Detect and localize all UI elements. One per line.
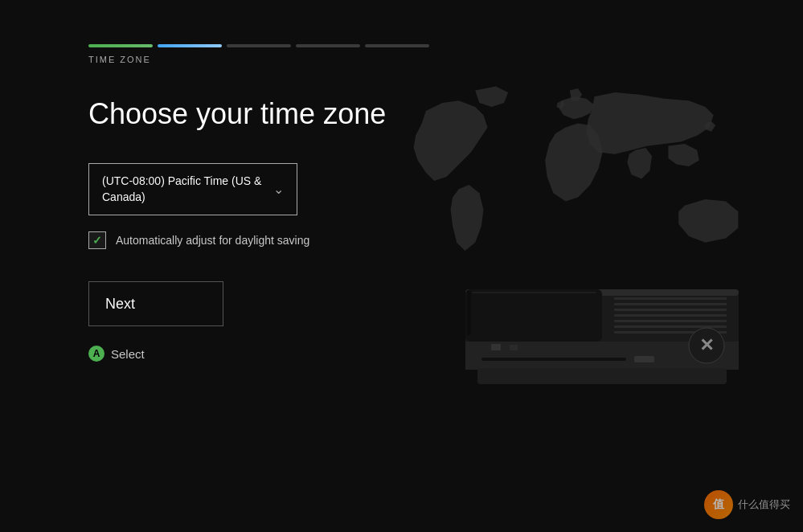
progress-segment-2 [158, 44, 222, 47]
svg-rect-10 [614, 320, 727, 322]
progress-segment-4 [296, 44, 360, 47]
svg-rect-14 [491, 344, 501, 350]
watermark: 值 什么值得买 [704, 490, 790, 519]
a-button-icon: A [88, 346, 104, 362]
svg-rect-11 [614, 325, 727, 328]
svg-rect-8 [614, 309, 727, 311]
main-content: Choose your time zone (UTC-08:00) Pacifi… [88, 96, 394, 362]
svg-rect-13 [477, 368, 727, 384]
world-map [393, 64, 763, 297]
svg-rect-15 [510, 345, 518, 350]
chevron-down-icon: ⌄ [273, 182, 284, 197]
svg-rect-9 [614, 314, 727, 317]
svg-rect-5 [465, 289, 602, 342]
right-illustration: ✕ [377, 64, 763, 450]
checkbox-check-icon: ✓ [92, 234, 102, 247]
svg-rect-7 [614, 303, 727, 305]
next-button[interactable]: Next [88, 281, 223, 326]
progress-segment-1 [88, 44, 153, 47]
progress-segment-5 [365, 44, 429, 47]
progress-bar [88, 44, 429, 47]
page-title: Choose your time zone [88, 96, 394, 131]
svg-rect-19 [472, 292, 596, 293]
svg-rect-6 [614, 297, 727, 300]
xbox-console: ✕ [457, 273, 763, 434]
daylight-saving-row: ✓ Automatically adjust for daylight savi… [88, 231, 313, 249]
daylight-saving-label: Automatically adjust for daylight saving [116, 231, 309, 249]
select-hint-label: Select [111, 347, 145, 361]
watermark-logo: 值 [704, 490, 733, 519]
daylight-saving-checkbox[interactable]: ✓ [88, 231, 106, 249]
svg-rect-18 [467, 291, 471, 335]
select-hint: A Select [88, 346, 394, 362]
svg-rect-4 [634, 356, 654, 362]
timezone-value: (UTC-08:00) Pacific Time (US & Canada) [102, 174, 265, 205]
svg-text:✕: ✕ [699, 335, 714, 355]
next-button-label: Next [105, 296, 135, 313]
timezone-dropdown[interactable]: (UTC-08:00) Pacific Time (US & Canada) ⌄ [88, 163, 297, 215]
watermark-label: 什么值得买 [738, 497, 790, 512]
progress-segment-3 [227, 44, 291, 47]
svg-rect-3 [481, 358, 626, 361]
step-label: TIME ZONE [88, 55, 151, 64]
